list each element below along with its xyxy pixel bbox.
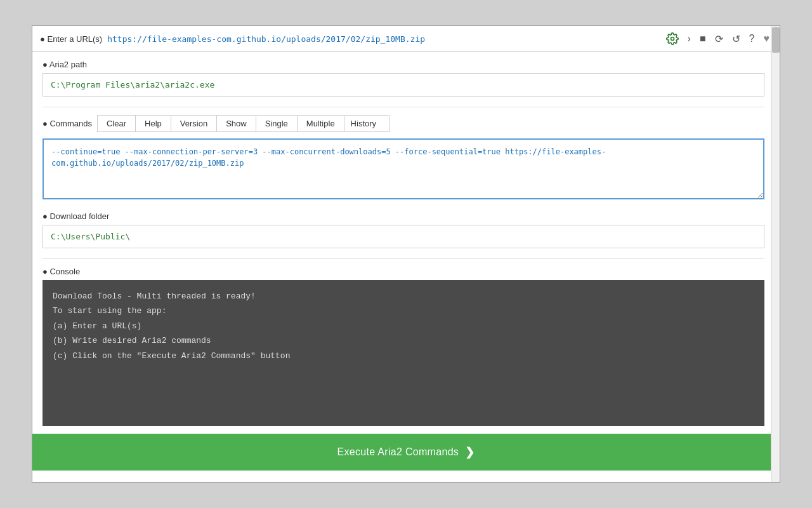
commands-label: ● Commands [43,119,92,128]
download-folder-section: ● Download folder [43,211,764,248]
url-row: ● Enter a URL(s) › ■ ⟳ ↺ ? ♥ [32,26,780,52]
forward-button[interactable]: › [685,32,693,46]
aria2-path-input[interactable] [43,73,764,97]
url-input[interactable] [107,34,658,44]
console-line-4: (a) Enter a URL(s) [53,319,754,333]
console-section: ● Console Download Tools - Multi threade… [43,267,764,426]
multiple-button[interactable]: Multiple [297,115,344,132]
download-folder-input[interactable] [43,225,764,248]
main-content: ● Aria2 path ● Commands Clear Help Versi… [32,52,780,434]
clear-button[interactable]: Clear [97,115,136,132]
aria2-path-label: ● Aria2 path [43,60,764,69]
commands-row: ● Commands Clear Help Version Show Singl… [43,115,764,132]
history-dropdown[interactable]: History Option 1 Option 2 [344,115,390,132]
execute-button-label: Execute Aria2 Commands [337,446,459,458]
aria2-path-section: ● Aria2 path [43,60,764,97]
console-output: Download Tools - Multi threaded is ready… [43,280,764,426]
scrollbar[interactable] [771,26,780,482]
show-button[interactable]: Show [216,115,256,132]
divider-1 [43,107,764,107]
divider-2 [43,258,764,259]
refresh-button[interactable]: ⟳ [712,32,726,46]
execute-button[interactable]: Execute Aria2 Commands ❯ [32,434,780,471]
command-textarea[interactable]: --continue=true --max-connection-per-ser… [43,138,764,199]
help-toolbar-button[interactable]: ? [747,32,757,46]
app-window: ● Enter a URL(s) › ■ ⟳ ↺ ? ♥ ● Aria2 pat… [32,25,780,483]
scroll-thumb[interactable] [772,27,780,53]
svg-point-0 [671,37,674,41]
url-label: ● Enter a URL(s) [40,34,102,44]
stop-button[interactable]: ■ [697,32,709,46]
help-button[interactable]: Help [135,115,171,132]
console-label: ● Console [43,267,764,276]
version-button[interactable]: Version [171,115,217,132]
download-folder-label: ● Download folder [43,211,764,221]
single-button[interactable]: Single [256,115,298,132]
url-toolbar: › ■ ⟳ ↺ ? ♥ [664,31,772,46]
console-line-6: (c) Click on the "Execute Aria2 Commands… [53,349,754,363]
execute-chevron-icon: ❯ [465,445,475,459]
commands-section: ● Commands Clear Help Version Show Singl… [43,115,764,201]
gear-icon-button[interactable] [664,31,681,46]
console-line-2: To start using the app: [53,304,754,318]
console-line-0: Download Tools - Multi threaded is ready… [53,289,754,304]
console-line-5: (b) Write desired Aria2 commands [53,333,754,348]
reload-button[interactable]: ↺ [730,32,743,46]
